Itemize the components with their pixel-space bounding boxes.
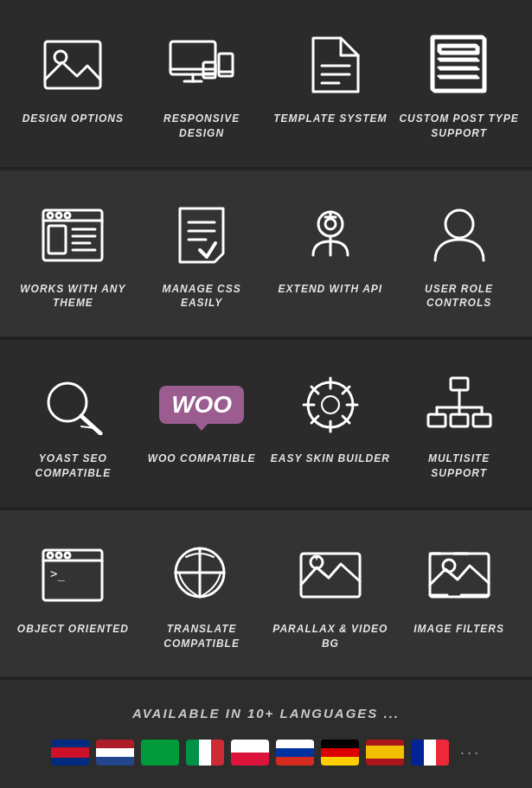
svg-point-40 [445,210,473,238]
svg-point-67 [65,553,70,558]
theme-icon [34,201,112,270]
woo-icon: WOO [163,370,240,439]
feature-translate: TRANSLATE COMPATIBLE [138,528,266,660]
flag-br [141,740,179,766]
languages-section: AVAILABLE IN 10+ LANGUAGES ... ··· [0,680,532,788]
design-options-label: DESIGN OPTIONS [22,112,124,126]
object-icon: >_ [34,541,112,610]
feature-user-role: USER ROLE CONTROLS [394,188,523,320]
feature-filters: IMAGE FILTERS [394,528,523,660]
flag-de [321,740,359,766]
flag-nl [96,740,134,766]
template-icon [292,30,369,99]
flag-fr [411,740,449,766]
svg-rect-57 [473,414,490,426]
svg-point-37 [325,219,336,229]
feature-custom-post: CUSTOM POST TYPE SUPPORT [394,17,523,150]
features-section-2: WORKS WITH ANY THEME MANAGE CSS EASILY [0,170,532,337]
svg-point-26 [56,213,61,218]
svg-rect-28 [48,226,66,253]
api-label: EXTEND WITH API [279,282,383,297]
languages-title: AVAILABLE IN 10+ LANGUAGES ... [17,706,515,721]
user-role-label: USER ROLE CONTROLS [399,282,519,311]
feature-responsive: RESPONSIVE DESIGN [138,17,266,150]
feature-skin: EASY SKIN BUILDER [266,357,395,490]
svg-point-75 [443,560,455,572]
features-section-1: DESIGN OPTIONS RESPONSIVE DESIGN [0,0,532,167]
responsive-label: RESPONSIVE DESIGN [142,112,262,141]
svg-point-66 [56,553,61,558]
features-section-4: >_ OBJECT ORIENTED TRANSLATE COMPATIBLE [0,510,532,677]
user-icon [420,201,498,270]
theme-label: WORKS WITH ANY THEME [13,282,133,311]
feature-css: MANAGE CSS EASILY [138,188,266,320]
woo-logo: WOO [159,386,244,424]
api-icon [292,201,369,270]
flag-cr [51,740,89,766]
parallax-label: PARALLAX & VIDEO BG [271,622,391,651]
feature-seo: YOAST SEO COMPATIBLE [9,357,138,490]
flags-row: ··· [17,740,515,766]
parallax-icon [292,541,369,610]
post-icon [420,30,498,99]
svg-rect-0 [45,42,100,88]
filters-label: IMAGE FILTERS [413,622,504,637]
svg-rect-55 [428,414,445,426]
feature-object: >_ OBJECT ORIENTED [9,528,138,660]
svg-rect-56 [451,414,468,426]
multisite-icon [420,370,498,439]
filters-icon [420,541,498,610]
template-label: TEMPLATE SYSTEM [273,112,387,126]
object-label: OBJECT ORIENTED [17,622,129,637]
responsive-icon [163,30,240,99]
svg-rect-54 [451,378,468,390]
feature-multisite: MULTISITE SUPPORT [394,357,523,490]
seo-icon [34,370,112,439]
feature-api: EXTEND WITH API [266,188,395,320]
flag-it [186,740,224,766]
svg-point-27 [65,213,70,218]
svg-point-25 [48,213,53,218]
features-section-3: YOAST SEO COMPATIBLE WOO WOO COMPATIBLE … [0,340,532,507]
seo-label: YOAST SEO COMPATIBLE [13,452,133,481]
svg-point-65 [48,553,53,558]
feature-theme: WORKS WITH ANY THEME [9,188,138,320]
flag-es [366,740,404,766]
svg-point-45 [322,396,339,413]
multisite-label: MULTISITE SUPPORT [399,452,519,481]
custom-post-label: CUSTOM POST TYPE SUPPORT [399,112,519,141]
image-icon [34,30,112,99]
css-icon [163,201,240,270]
css-label: MANAGE CSS EASILY [142,282,262,311]
translate-label: TRANSLATE COMPATIBLE [142,622,262,651]
skin-label: EASY SKIN BUILDER [271,452,390,466]
feature-design-options: DESIGN OPTIONS [9,17,138,150]
svg-rect-19 [439,45,477,52]
woo-label: WOO COMPATIBLE [148,452,256,466]
svg-line-42 [81,416,100,433]
skin-icon [292,370,369,439]
feature-parallax: PARALLAX & VIDEO BG [266,528,395,660]
svg-text:>_: >_ [50,567,65,581]
feature-woo: WOO WOO COMPATIBLE [138,357,266,490]
svg-point-1 [54,51,67,63]
translate-icon [163,541,240,610]
flag-pl [231,740,269,766]
flag-ru [276,740,314,766]
more-languages-dots: ··· [459,741,480,764]
feature-template: TEMPLATE SYSTEM [266,17,395,150]
